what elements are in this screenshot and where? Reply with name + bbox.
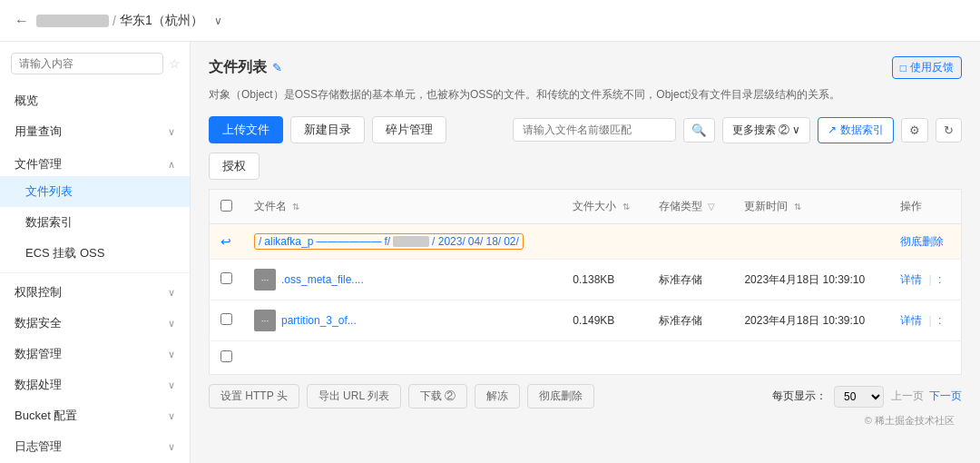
row-filename-cell: ··· .oss_meta_file....	[243, 260, 562, 300]
settings-button[interactable]: ⚙	[901, 118, 928, 143]
sidebar-item-label: 数据安全	[15, 315, 62, 331]
row-checkbox-cell	[210, 341, 244, 375]
path-kafka[interactable]: alikafka_p	[264, 235, 313, 248]
feedback-icon: □	[900, 62, 906, 74]
table-row: ··· partition_3_of... 0.149KB 标准存储 2023年…	[210, 300, 962, 341]
content-area: 文件列表 ✎ □ 使用反馈 对象（Object）是OSS存储数据的基本单元，也被…	[191, 42, 980, 463]
more-search-button[interactable]: 更多搜索 ② ∨	[722, 117, 810, 143]
refresh-button[interactable]: ↻	[936, 118, 962, 143]
sidebar-item-usage[interactable]: 用量查询 ∨	[0, 116, 190, 147]
page-description: 对象（Object）是OSS存储数据的基本单元，也被称为OSS的文件。和传统的文…	[209, 86, 962, 103]
bucket-name-blurred	[36, 15, 109, 27]
path-year[interactable]: / 2023/	[432, 235, 466, 248]
sort-icon[interactable]: ⇅	[794, 202, 801, 212]
sidebar-item-label: ECS 挂载 OSS	[25, 245, 104, 261]
new-directory-button[interactable]: 新建目录	[290, 116, 365, 143]
filter-icon[interactable]: ▽	[708, 202, 715, 212]
export-url-button[interactable]: 导出 URL 列表	[307, 384, 401, 409]
data-index-button[interactable]: ↗ 数据索引	[818, 117, 894, 143]
detail-link[interactable]: 详情	[900, 273, 922, 286]
region-dropdown-icon[interactable]: ∨	[214, 15, 222, 27]
sidebar-item-data-proc[interactable]: 数据处理 ∨	[0, 369, 190, 400]
sidebar-item-file-list[interactable]: 文件列表	[0, 176, 190, 207]
sort-icon[interactable]: ⇅	[292, 202, 299, 212]
back-button[interactable]: ←	[15, 13, 29, 29]
path-f: f/	[384, 235, 390, 248]
sidebar-item-ecs-mount[interactable]: ECS 挂载 OSS	[0, 238, 190, 269]
permanent-delete-link[interactable]: 彻底删除	[900, 235, 944, 248]
delete-button[interactable]: 彻底删除	[527, 384, 594, 409]
sidebar-item-data-index[interactable]: 数据索引	[0, 207, 190, 238]
table-body: ↩ / alikafka_p —————— f/ / 2023/ 04/ 18/	[210, 224, 962, 375]
row-filesize-cell	[562, 224, 648, 260]
sidebar-item-label: Bucket 配置	[15, 408, 77, 424]
row-action-cell: 详情 | :	[889, 260, 961, 300]
download-button[interactable]: 下载 ②	[408, 384, 467, 409]
header-filename: 文件名 ⇅	[243, 190, 562, 224]
row-storage-cell	[648, 224, 734, 260]
topbar: ← / 华东1（杭州） ∨	[0, 0, 980, 42]
upload-file-button[interactable]: 上传文件	[209, 116, 283, 143]
sidebar-item-data-mgmt[interactable]: 数据管理 ∨	[0, 339, 190, 369]
region-name: 华东1（杭州）	[120, 13, 203, 29]
next-page-link[interactable]: 下一页	[929, 389, 962, 404]
sidebar-item-bucket-config[interactable]: Bucket 配置 ∨	[0, 400, 190, 431]
row-filesize-cell: 0.138KB	[562, 260, 648, 300]
sort-icon[interactable]: ⇅	[622, 202, 630, 212]
row-updated-cell: 2023年4月18日 10:39:10	[733, 260, 889, 300]
filename-search-input[interactable]	[513, 118, 676, 142]
content-header: 文件列表 ✎ □ 使用反馈	[209, 56, 962, 79]
header-filesize: 文件大小 ⇅	[562, 190, 648, 224]
page-size-select[interactable]: 50 10 20 100	[834, 386, 884, 408]
row-storage-cell: 标准存储	[648, 260, 734, 300]
set-http-header-button[interactable]: 设置 HTTP 头	[209, 384, 299, 409]
bottom-bar: 设置 HTTP 头 导出 URL 列表 下载 ② 解冻 彻底删除 每页显示： 5…	[209, 375, 962, 410]
sidebar-item-data-security[interactable]: 数据安全 ∨	[0, 308, 190, 339]
feedback-button[interactable]: □ 使用反馈	[892, 56, 962, 79]
table-header: 文件名 ⇅ 文件大小 ⇅ 存储类型 ▽ 更新时间 ⇅ 操作	[210, 190, 962, 224]
sidebar-item-log-mgmt[interactable]: 日志管理 ∨	[0, 431, 190, 462]
path-ellipsis: ——————	[316, 235, 381, 248]
row-checkbox[interactable]	[220, 272, 232, 284]
path-highlight-box: / alikafka_p —————— f/ / 2023/ 04/ 18/ 0…	[254, 233, 524, 250]
sidebar-item-file-mgmt[interactable]: 文件管理 ∧	[0, 147, 190, 176]
sidebar-item-access-ctrl[interactable]: 权限控制 ∨	[0, 277, 190, 308]
row-empty-cell	[243, 341, 562, 375]
path-hour[interactable]: 02/	[504, 235, 519, 248]
row-checkbox[interactable]	[220, 313, 232, 325]
sidebar-item-overview[interactable]: 概览	[0, 85, 190, 116]
sidebar-item-label: 文件管理	[15, 156, 62, 172]
table-row-empty	[210, 341, 962, 375]
row-action-cell: 彻底删除	[889, 224, 961, 260]
unfreeze-button[interactable]: 解冻	[475, 384, 520, 409]
more-action-link[interactable]: :	[938, 314, 941, 327]
select-all-checkbox[interactable]	[220, 200, 232, 212]
search-button[interactable]: 🔍	[683, 118, 715, 143]
path-month[interactable]: 04/	[468, 235, 484, 248]
filename-link[interactable]: .oss_meta_file....	[281, 273, 364, 286]
action-separator: |	[928, 314, 931, 327]
edit-icon[interactable]: ✎	[272, 61, 282, 74]
chevron-up-icon: ∧	[168, 159, 175, 171]
row-filesize-cell: 0.149KB	[562, 300, 648, 341]
sidebar-item-label: 数据索引	[25, 214, 73, 231]
filename-link[interactable]: partition_3_of...	[281, 314, 357, 327]
back-folder-icon[interactable]: ↩	[220, 234, 231, 249]
fragment-management-button[interactable]: 碎片管理	[372, 116, 446, 143]
sidebar-item-label: 权限控制	[15, 284, 62, 300]
star-icon[interactable]: ☆	[169, 56, 181, 71]
export-icon: ↗	[828, 123, 837, 136]
more-action-link[interactable]: :	[938, 273, 941, 286]
detail-link[interactable]: 详情	[900, 314, 922, 327]
chevron-down-icon: ∨	[168, 318, 175, 330]
sidebar-search-input[interactable]	[11, 53, 163, 74]
row-checkbox[interactable]	[220, 350, 232, 362]
authorize-button[interactable]: 授权	[209, 153, 260, 180]
sidebar-item-label: 数据管理	[15, 346, 62, 362]
header-action: 操作	[889, 190, 961, 224]
sidebar-item-label: 用量查询	[15, 123, 62, 140]
row-updated-cell	[733, 224, 889, 260]
file-table: 文件名 ⇅ 文件大小 ⇅ 存储类型 ▽ 更新时间 ⇅ 操作	[209, 189, 962, 375]
sidebar-item-label: 数据处理	[15, 377, 62, 393]
path-day[interactable]: 18/	[485, 235, 501, 248]
